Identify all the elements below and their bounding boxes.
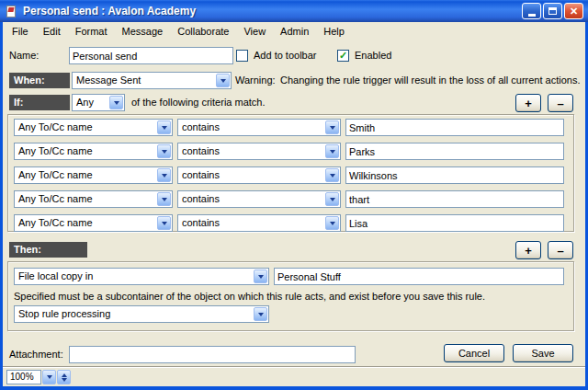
attachment-row: Attachment: Cancel Save xyxy=(3,344,585,363)
criteria-op-select[interactable]: contains xyxy=(177,214,341,232)
save-button[interactable]: Save xyxy=(513,344,573,362)
criteria-field-select[interactable]: Any To/Cc name xyxy=(14,166,173,184)
chevron-down-icon[interactable] xyxy=(325,120,339,134)
then-remove-action-button[interactable]: – xyxy=(548,241,573,259)
criteria-field-select[interactable]: Any To/Cc name xyxy=(14,143,173,160)
warning-text: Changing the rule trigger will result in… xyxy=(280,72,581,89)
criteria-field-select[interactable]: Any To/Cc name xyxy=(14,190,173,208)
criteria-op-select[interactable]: contains xyxy=(177,143,341,160)
criteria-value-input[interactable] xyxy=(345,214,564,232)
chevron-down-icon[interactable] xyxy=(254,307,267,321)
menu-edit[interactable]: Edit xyxy=(36,23,68,40)
chevron-down-icon[interactable] xyxy=(325,144,339,158)
criteria-op-select[interactable]: contains xyxy=(177,190,341,208)
attachment-label: Attachment: xyxy=(9,346,63,363)
warning-label: Warning: xyxy=(235,72,276,89)
name-input[interactable] xyxy=(69,47,233,64)
chevron-down-icon[interactable] xyxy=(325,168,339,182)
enabled-label: Enabled xyxy=(355,47,391,64)
chevron-down-icon[interactable] xyxy=(325,216,339,230)
action-note: Specified must be a subcontainer of the … xyxy=(14,288,485,305)
attachment-input[interactable] xyxy=(69,346,356,363)
chevron-down-icon[interactable] xyxy=(325,192,339,206)
chevron-down-icon[interactable] xyxy=(157,168,171,182)
minimize-icon xyxy=(528,14,536,17)
add-to-toolbar-checkbox[interactable] xyxy=(236,50,248,62)
criteria-op-select[interactable]: contains xyxy=(177,166,341,184)
window-title: Personal send : Avalon Academy xyxy=(23,5,522,17)
if-match-text: of the following criteria match. xyxy=(131,94,266,111)
chevron-down-icon[interactable] xyxy=(157,216,171,230)
then-add-action-button[interactable]: + xyxy=(515,241,541,259)
maximize-button[interactable] xyxy=(543,3,562,19)
menubar: File Edit Format Message Collaborate Vie… xyxy=(3,22,585,40)
chevron-down-icon[interactable] xyxy=(254,270,267,283)
minimize-button[interactable] xyxy=(522,3,541,19)
zoom-value[interactable]: 100% xyxy=(6,370,41,384)
then-row: Then: + – xyxy=(3,241,585,259)
statusbar: 100% xyxy=(3,368,585,386)
criteria-groupbox: Any To/Cc name contains Any To/Cc name c… xyxy=(7,114,574,232)
zoom-control[interactable]: 100% xyxy=(6,370,71,384)
zoom-chevron-down-icon[interactable] xyxy=(42,370,56,384)
spinner-down-icon[interactable] xyxy=(62,378,67,382)
cancel-button[interactable]: Cancel xyxy=(444,344,504,362)
chevron-down-icon[interactable] xyxy=(157,120,171,134)
menu-view[interactable]: View xyxy=(236,23,273,40)
close-button[interactable]: ✕ xyxy=(564,3,583,19)
criteria-value-input[interactable] xyxy=(345,190,564,208)
action-select[interactable]: File local copy in xyxy=(14,268,269,285)
add-to-toolbar-label: Add to toolbar xyxy=(254,47,317,64)
when-row: When: Message Sent Warning: Changing the… xyxy=(3,72,585,89)
maximize-icon xyxy=(548,7,557,15)
if-label: If: xyxy=(9,95,70,110)
menu-help[interactable]: Help xyxy=(316,23,352,40)
criteria-value-input[interactable] xyxy=(345,143,564,160)
when-label: When: xyxy=(9,73,70,88)
actions-groupbox: File local copy in Specified must be a s… xyxy=(7,261,574,331)
zoom-spinner[interactable] xyxy=(57,370,71,384)
when-trigger-select[interactable]: Message Sent xyxy=(72,72,232,89)
spinner-up-icon[interactable] xyxy=(62,373,67,377)
followup-action-select[interactable]: Stop rule processing xyxy=(14,305,269,323)
criteria-value-input[interactable] xyxy=(345,166,564,184)
if-row: If: Any of the following criteria match.… xyxy=(3,94,585,112)
menu-message[interactable]: Message xyxy=(115,23,171,40)
app-icon xyxy=(5,5,18,18)
name-label: Name: xyxy=(9,47,39,64)
name-row: Name: Add to toolbar ✓ Enabled xyxy=(3,47,585,64)
dialog-window: Personal send : Avalon Academy ✕ File Ed… xyxy=(0,0,588,390)
if-match-select[interactable]: Any xyxy=(72,94,125,111)
then-label: Then: xyxy=(9,242,87,258)
criteria-op-select[interactable]: contains xyxy=(177,119,341,136)
menu-admin[interactable]: Admin xyxy=(273,23,316,40)
close-icon: ✕ xyxy=(570,6,578,17)
chevron-down-icon[interactable] xyxy=(157,144,171,158)
criteria-value-input[interactable] xyxy=(345,119,564,136)
menu-format[interactable]: Format xyxy=(68,23,115,40)
client-area: File Edit Format Message Collaborate Vie… xyxy=(3,22,585,386)
titlebar: Personal send : Avalon Academy ✕ xyxy=(0,0,588,22)
action-target-input[interactable] xyxy=(274,268,564,285)
criteria-field-select[interactable]: Any To/Cc name xyxy=(14,119,173,136)
if-remove-criteria-button[interactable]: – xyxy=(548,94,573,112)
chevron-down-icon[interactable] xyxy=(157,192,171,206)
criteria-field-select[interactable]: Any To/Cc name xyxy=(14,214,173,232)
menu-file[interactable]: File xyxy=(5,23,36,40)
if-add-criteria-button[interactable]: + xyxy=(515,94,541,112)
enabled-checkbox[interactable]: ✓ xyxy=(337,50,349,62)
menu-collaborate[interactable]: Collaborate xyxy=(170,23,236,40)
chevron-down-icon[interactable] xyxy=(109,96,123,109)
chevron-down-icon[interactable] xyxy=(216,74,230,87)
